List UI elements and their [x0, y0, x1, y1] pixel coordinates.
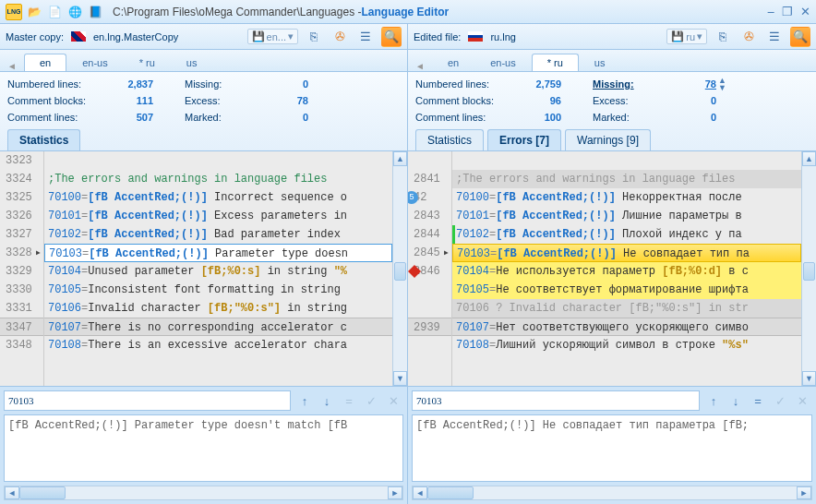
lang-tab[interactable]: en	[24, 54, 66, 71]
nav-down-button[interactable]: ↓	[726, 390, 746, 411]
eq-button[interactable]: =	[339, 390, 359, 411]
app-logo-icon[interactable]: LNG	[6, 4, 22, 20]
lang-tab[interactable]: en-us	[66, 54, 124, 71]
tab-warnings[interactable]: Warnings [9]	[565, 129, 651, 150]
maximize-button[interactable]: ❐	[782, 5, 793, 18]
spinner-icon[interactable]: ▲▼	[718, 77, 726, 91]
run-button[interactable]: ✇	[330, 27, 350, 47]
code-line[interactable]: ;The errors and warnings in language fil…	[44, 170, 392, 188]
code-line[interactable]: ;The errors and warnings in language fil…	[452, 170, 801, 188]
list-button[interactable]: ☰	[764, 27, 785, 47]
help-icon[interactable]: 📘	[87, 4, 103, 20]
lang-tab[interactable]: us	[171, 54, 213, 71]
line-number: 3326	[0, 207, 43, 225]
right-text-edit[interactable]: [fB AccentRed;(!)] Не совпадает тип пара…	[412, 414, 812, 482]
right-hscroll[interactable]: ◄ ►	[412, 486, 812, 500]
stat-missing-value[interactable]: 78	[670, 78, 716, 90]
scroll-thumb[interactable]	[394, 262, 406, 281]
tabs-scroll-left[interactable]: ◄	[415, 61, 425, 71]
lang-box[interactable]: 💾 en... ▾	[247, 29, 298, 44]
ok-button[interactable]: ✓	[770, 390, 790, 411]
lang-tab[interactable]: us	[579, 54, 621, 71]
ok-button[interactable]: ✓	[361, 390, 381, 411]
stat-excess-value: 78	[262, 95, 308, 106]
minimize-button[interactable]: ‒	[767, 5, 774, 18]
tabs-scroll-left[interactable]: ◄	[7, 61, 17, 71]
scroll-thumb[interactable]	[803, 262, 815, 281]
scroll-up-icon[interactable]: ▲	[802, 151, 816, 166]
code-line[interactable]: 70106=Invalid character [fB;"%0:s"] in s…	[44, 299, 392, 318]
lang-tab[interactable]: en	[432, 54, 474, 71]
code-line[interactable]: 70107=There is no corresponding accelera…	[44, 318, 392, 336]
scroll-right-icon[interactable]: ►	[388, 486, 402, 499]
hscroll-thumb[interactable]	[19, 486, 66, 499]
open-icon[interactable]: 📂	[26, 4, 42, 20]
save-icon[interactable]: 📄	[46, 4, 63, 20]
left-id-input[interactable]	[4, 390, 291, 411]
code-line[interactable]: 70100=[fB AccentRed;(!)] Incorrect seque…	[44, 188, 392, 207]
right-scrollbar[interactable]: ▲ ▼	[801, 151, 816, 386]
code-line[interactable]: 70101=[fB AccentRed;(!)] Excess paramete…	[44, 207, 392, 225]
code-line[interactable]: 70108=There is an excessive accelerator …	[44, 336, 392, 354]
nav-down-button[interactable]: ↓	[317, 390, 337, 411]
line-number: 3325	[0, 188, 43, 207]
nav-up-button[interactable]: ↑	[294, 390, 315, 411]
code-line[interactable]: 70102=[fB AccentRed;(!)] Плохой индекс у…	[452, 225, 801, 244]
line-number: 2845	[408, 244, 451, 262]
copy-button[interactable]: ⎘	[713, 27, 733, 47]
run-button[interactable]: ✇	[738, 27, 759, 47]
code-line[interactable]: 70102=[fB AccentRed;(!)] Bad parameter i…	[44, 225, 392, 244]
code-line[interactable]	[44, 151, 392, 170]
scroll-left-icon[interactable]: ◄	[5, 486, 19, 499]
code-line[interactable]: 70108=Лишний ускоряющий символ в строке …	[452, 336, 801, 354]
close-button[interactable]: ✕	[800, 5, 810, 18]
lang-tab[interactable]: * ru	[124, 54, 171, 71]
stat-excess-value: 0	[670, 95, 716, 106]
lang-tab[interactable]: * ru	[532, 54, 579, 71]
hscroll-thumb[interactable]	[427, 486, 474, 499]
left-text-edit[interactable]: [fB AccentRed;(!)] Parameter type doesn'…	[4, 414, 403, 482]
code-line[interactable]: 70101=[fB AccentRed;(!)] Лишние параметр…	[452, 207, 801, 225]
stat-marked-label: Marked:	[153, 112, 262, 123]
find-button[interactable]: 🔍	[381, 27, 402, 47]
code-line[interactable]: 70103=[fB AccentRed;(!)] Не совпадает ти…	[452, 244, 801, 262]
tab-statistics[interactable]: Statistics	[415, 129, 484, 150]
eq-button[interactable]: =	[748, 390, 768, 411]
code-line[interactable]: 70100=[fB AccentRed;(!)] Некорректная по…	[452, 188, 801, 207]
code-line[interactable]: 70103=[fB AccentRed;(!)] Parameter type …	[44, 244, 392, 262]
left-scrollbar[interactable]: ▲ ▼	[392, 151, 407, 386]
tab-statistics[interactable]: Statistics	[7, 129, 80, 150]
copy-button[interactable]: ⎘	[304, 27, 324, 47]
scroll-down-icon[interactable]: ▼	[802, 371, 816, 386]
right-id-input[interactable]	[412, 390, 700, 411]
stat-missing-link[interactable]: Missing:	[561, 78, 670, 90]
right-pane: Edited file: ru.lng 💾 ru ▾ ⎘ ✇ ☰ 🔍 ◄ ene…	[408, 24, 816, 504]
code-line[interactable]: 70106 ? Invalid character [fB;"%0:s"] in…	[452, 299, 801, 318]
left-hscroll[interactable]: ◄ ►	[4, 486, 403, 500]
cancel-button[interactable]: ✕	[383, 390, 403, 411]
code-line[interactable]: 70104=Unused parameter [fB;%0:s] in stri…	[44, 262, 392, 281]
globe-icon[interactable]: 🌐	[66, 4, 83, 20]
window-buttons: ‒ ❐ ✕	[767, 5, 810, 18]
nav-up-button[interactable]: ↑	[703, 390, 724, 411]
save-lang-box[interactable]: 💾 ru ▾	[666, 29, 707, 44]
scroll-up-icon[interactable]: ▲	[393, 151, 407, 166]
lang-tab[interactable]: en-us	[474, 54, 532, 71]
stat-numbered-label: Numbered lines:	[415, 78, 515, 90]
list-button[interactable]: ☰	[355, 27, 376, 47]
scroll-right-icon[interactable]: ►	[797, 486, 811, 499]
code-line[interactable]: 70105=Inconsistent font formatting in st…	[44, 281, 392, 299]
left-code[interactable]: ;The errors and warnings in language fil…	[44, 151, 392, 386]
code-line[interactable]	[452, 151, 801, 170]
cancel-button[interactable]: ✕	[792, 390, 812, 411]
scroll-left-icon[interactable]: ◄	[413, 486, 427, 499]
scroll-down-icon[interactable]: ▼	[393, 371, 407, 386]
tab-errors[interactable]: Errors [7]	[487, 129, 561, 150]
right-code[interactable]: ;The errors and warnings in language fil…	[452, 151, 801, 386]
line-number: 2846	[408, 262, 451, 281]
code-line[interactable]: 70105=Не соответствует форматирование шр…	[452, 281, 801, 299]
code-line[interactable]: 70107=Нет соответствующего ускоряющего с…	[452, 318, 801, 336]
edited-file-name: ru.lng	[490, 31, 516, 42]
code-line[interactable]: 70104=Не используется параметр [fB;%0:d]…	[452, 262, 801, 281]
find-button[interactable]: 🔍	[790, 27, 810, 47]
